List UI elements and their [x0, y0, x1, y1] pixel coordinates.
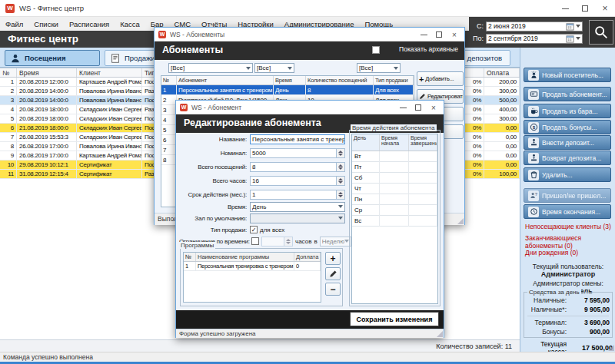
- remove-program-button[interactable]: −: [325, 283, 341, 296]
- sidebar-button[interactable]: $ Продать бонусы...: [524, 120, 611, 134]
- column-header: Абонемент: [177, 76, 274, 84]
- date-to-field[interactable]: 2 сентября 2019: [486, 34, 583, 44]
- records-count: Количество записей: 11: [436, 342, 512, 350]
- svg-text:?: ?: [534, 192, 537, 197]
- cell-number: 3: [0, 96, 17, 104]
- end-time-cell[interactable]: [409, 151, 437, 162]
- money-value: 900,00: [570, 328, 610, 336]
- sidebar-button[interactable]: Новый посетитель...: [524, 68, 611, 82]
- total-visits-input[interactable]: 8: [250, 162, 337, 172]
- time-limit-checkbox[interactable]: [251, 237, 259, 245]
- menu-item[interactable]: Списки: [28, 20, 64, 28]
- end-time-cell[interactable]: [409, 184, 437, 194]
- end-time-cell[interactable]: [409, 205, 437, 216]
- time-limit-stepper[interactable]: [284, 237, 293, 247]
- start-time-cell[interactable]: [380, 205, 409, 216]
- time-limit-hours-input[interactable]: [261, 237, 284, 247]
- edit-program-button[interactable]: [325, 267, 341, 280]
- cell-client: Складских Иван Сергеевич: [77, 105, 142, 114]
- time-select[interactable]: День: [250, 202, 345, 212]
- nominal-stepper[interactable]: [337, 148, 345, 158]
- app-icon: W: [158, 31, 166, 38]
- resize-grip[interactable]: [457, 218, 464, 224]
- filter-select[interactable]: [Все]: [254, 63, 294, 73]
- alert-link[interactable]: Непосещающие клиенты (3): [525, 223, 614, 230]
- end-time-cell[interactable]: [409, 216, 437, 227]
- minus-icon: −: [330, 284, 335, 295]
- resize-grip[interactable]: [437, 331, 443, 337]
- sidebar-button[interactable]: Время окончания...: [524, 204, 611, 219]
- tab-visits[interactable]: Посещения: [5, 50, 100, 66]
- alert-link[interactable]: Дни рождения (0): [525, 249, 614, 256]
- money-row: Наличные*: 9 905,00: [524, 305, 612, 314]
- start-time-cell[interactable]: [380, 184, 409, 194]
- filter-select[interactable]: [Все]: [357, 63, 401, 73]
- menu-item[interactable]: Расписания: [64, 20, 115, 28]
- dialog-status-bar: Форма успешно загружена: [176, 329, 444, 338]
- nominal-input[interactable]: 5000: [250, 148, 337, 158]
- table-row[interactable]: 1 Персональные занятия с тренером День 8…: [161, 85, 414, 95]
- filter-select[interactable]: [Все]: [168, 63, 253, 73]
- start-time-cell[interactable]: [380, 194, 409, 205]
- minimize-button[interactable]: [555, 0, 575, 17]
- close-button[interactable]: ×: [447, 28, 461, 41]
- day-cell: Пт: [352, 162, 380, 173]
- column-header: Количество посещений: [306, 76, 374, 84]
- limit-period-select[interactable]: Неделю: [320, 237, 352, 247]
- start-time-cell[interactable]: [380, 216, 409, 227]
- end-time-cell[interactable]: [409, 173, 437, 184]
- close-button[interactable]: ×: [427, 101, 440, 114]
- date-from-value: 2 июня 2019: [488, 22, 566, 30]
- term-stepper[interactable]: [337, 190, 345, 200]
- show-archive-checkbox[interactable]: [372, 46, 380, 54]
- schedule-group-label: Время действия абонемента: [351, 124, 437, 131]
- programs-group: №Наименование программыДоплата 1 Персона…: [180, 248, 343, 306]
- term-input[interactable]: 1: [250, 190, 337, 200]
- total-visits-label: Всего посещений:: [179, 164, 250, 170]
- maximize-button[interactable]: [411, 101, 425, 114]
- name-input[interactable]: Персональные занятия с тренером: [250, 134, 345, 144]
- total-visits-stepper[interactable]: [337, 162, 345, 172]
- sidebar-button[interactable]: ? Пришел/не пришел...: [524, 188, 611, 203]
- dialog-footer-bar: Сохранить изменения: [176, 310, 444, 329]
- maximize-button[interactable]: [432, 28, 446, 41]
- chevron-down-icon: [576, 37, 580, 40]
- date-from-field[interactable]: 2 июня 2019: [486, 22, 583, 31]
- sidebar-button[interactable]: Внести депозит...: [524, 135, 611, 150]
- start-time-cell[interactable]: [380, 151, 409, 162]
- end-time-cell[interactable]: [409, 162, 437, 173]
- schedule-row: Вс: [352, 216, 437, 227]
- minimize-button[interactable]: [396, 101, 410, 114]
- add-subscription-button[interactable]: + Добавить...: [417, 71, 464, 86]
- cell-time: 26.08.2019 17:00:0: [17, 142, 77, 151]
- chevron-down-icon: [288, 67, 292, 70]
- search-button[interactable]: [589, 20, 613, 45]
- close-button[interactable]: ×: [595, 0, 615, 17]
- table-row[interactable]: 1 Персональная тренировка с тренером 0: [184, 262, 321, 271]
- day-cell: Пн: [352, 194, 380, 205]
- menu-item[interactable]: Касса: [115, 20, 145, 28]
- total-hours-stepper[interactable]: [337, 176, 345, 186]
- date-from-label: С:: [469, 22, 486, 30]
- menu-item[interactable]: Файл: [0, 20, 28, 28]
- sidebar-button[interactable]: Удалить...: [524, 167, 611, 182]
- start-time-cell[interactable]: [380, 173, 409, 184]
- end-time-cell[interactable]: [409, 194, 437, 205]
- default-hall-select[interactable]: [250, 213, 345, 223]
- sidebar-button[interactable]: Продать из бара...: [524, 104, 611, 118]
- add-program-button[interactable]: +: [325, 252, 341, 265]
- minimize-button[interactable]: [417, 28, 430, 41]
- date-to-value: 2 сентября 2019: [488, 35, 566, 42]
- save-changes-button[interactable]: Сохранить изменения: [350, 312, 439, 326]
- maximize-button[interactable]: [575, 0, 595, 17]
- sidebar-button-label: Пришел/не пришел...: [542, 192, 606, 200]
- start-time-cell[interactable]: [380, 162, 409, 173]
- sidebar-button[interactable]: Возврат депозита...: [524, 151, 611, 165]
- total-hours-input[interactable]: 16: [250, 176, 337, 186]
- cell-number: 6: [161, 135, 177, 144]
- sidebar-button[interactable]: Продать абонемент...: [524, 87, 611, 101]
- dialog-heading: Абонементы: [162, 45, 223, 55]
- alert-link[interactable]: Заканчивающиеся абонементы (0): [525, 234, 614, 250]
- for-all-checkbox[interactable]: ✓: [250, 226, 258, 233]
- cell-time: 26.08.2019 17:00:0: [17, 151, 77, 160]
